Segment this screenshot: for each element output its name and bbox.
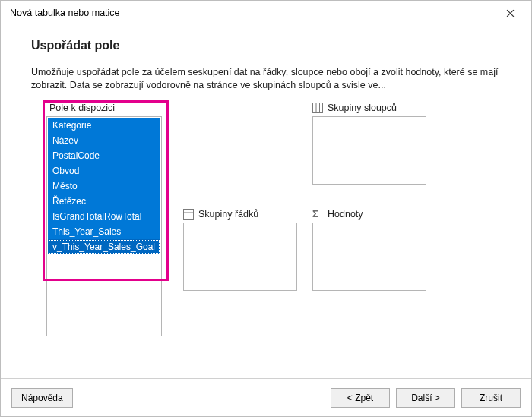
available-fields-label: Pole k dispozici — [49, 103, 162, 113]
available-fields-zone: Pole k dispozici Kategorie Název PostalC… — [46, 103, 162, 336]
column-groups-label: Skupiny sloupců — [328, 103, 397, 113]
sigma-icon: Σ — [312, 209, 323, 220]
dialog-content: Uspořádat pole Umožňuje uspořádat pole z… — [1, 25, 531, 378]
field-item[interactable]: Kategorie — [48, 118, 160, 133]
row-groups-icon — [183, 209, 194, 220]
field-item[interactable]: Město — [48, 178, 160, 194]
column-groups-zone: Skupiny sloupců — [312, 103, 426, 185]
cancel-button[interactable]: Zrušit — [461, 388, 521, 408]
field-item[interactable]: IsGrandTotalRowTotal — [48, 209, 160, 224]
svg-rect-3 — [184, 209, 194, 219]
svg-rect-0 — [313, 103, 323, 112]
column-groups-icon — [312, 103, 323, 113]
arrange-area: Pole k dispozici Kategorie Název PostalC… — [31, 103, 513, 346]
next-button[interactable]: Další > — [396, 388, 455, 408]
field-item[interactable]: v_This_Year_Sales_Goal — [48, 239, 160, 254]
column-groups-dropzone[interactable] — [312, 116, 426, 185]
field-list: Kategorie Název PostalCode Obvod Město Ř… — [47, 117, 161, 255]
field-item[interactable]: Řetězec — [48, 194, 160, 209]
dialog-window: Nová tabulka nebo matice Uspořádat pole … — [0, 0, 532, 417]
values-dropzone[interactable] — [312, 223, 426, 291]
available-fields-listbox[interactable]: Kategorie Název PostalCode Obvod Město Ř… — [46, 116, 162, 336]
titlebar: Nová tabulka nebo matice — [1, 1, 531, 25]
field-item[interactable]: PostalCode — [48, 148, 160, 163]
page-description: Umožňuje uspořádat pole za účelem seskup… — [31, 66, 502, 92]
dialog-footer: Nápověda < Zpět Další > Zrušit — [1, 378, 531, 416]
field-item[interactable]: Název — [48, 133, 160, 148]
values-zone: Σ Hodnoty — [312, 209, 426, 291]
close-icon — [506, 9, 515, 17]
row-groups-label: Skupiny řádků — [198, 209, 258, 220]
page-title: Uspořádat pole — [31, 39, 513, 52]
row-groups-zone: Skupiny řádků — [183, 209, 297, 291]
back-button[interactable]: < Zpět — [331, 388, 390, 408]
help-button[interactable]: Nápověda — [11, 388, 73, 408]
close-button[interactable] — [495, 2, 525, 24]
field-item[interactable]: This_Year_Sales — [48, 224, 160, 239]
window-title: Nová tabulka nebo matice — [10, 8, 495, 18]
field-item[interactable]: Obvod — [48, 163, 160, 178]
values-label: Hodnoty — [328, 209, 363, 220]
row-groups-dropzone[interactable] — [183, 223, 297, 291]
